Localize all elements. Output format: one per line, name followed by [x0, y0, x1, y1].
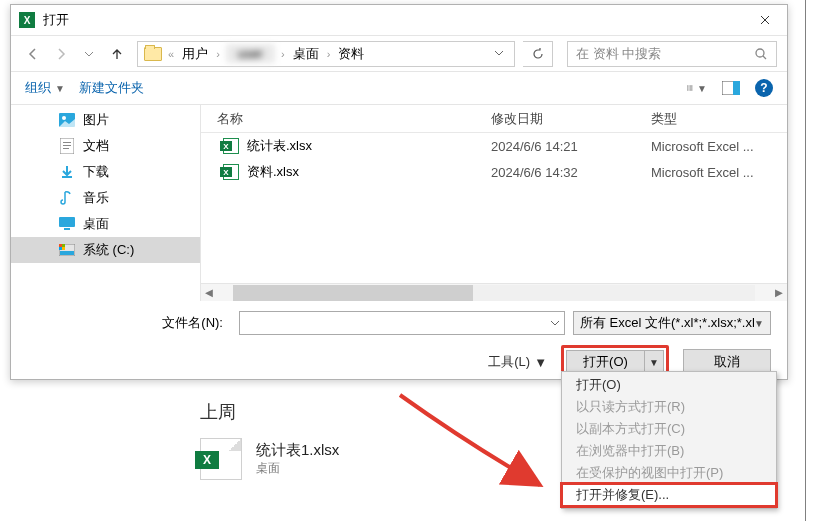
svg-rect-6: [689, 90, 692, 91]
annotation-arrow: [390, 385, 570, 505]
svg-rect-3: [687, 90, 689, 91]
tools-button[interactable]: 工具(L) ▼: [488, 353, 547, 371]
svg-rect-21: [62, 244, 65, 247]
tree-item-doc[interactable]: 文档: [11, 133, 200, 159]
drive-icon: [59, 242, 75, 258]
filename-input[interactable]: [239, 311, 565, 335]
crumb-root-sep: «: [164, 48, 178, 60]
dialog-footer: 文件名(N): 所有 Excel 文件(*.xl*;*.xlsx;*.xl▼ 工…: [11, 301, 787, 375]
svg-rect-16: [64, 228, 70, 230]
tree-item-image[interactable]: 图片: [11, 107, 200, 133]
search-input[interactable]: 在 资料 中搜索: [567, 41, 777, 67]
organize-button[interactable]: 组织▼: [25, 79, 65, 97]
nav-recent-dropdown[interactable]: [77, 42, 101, 66]
svg-rect-4: [689, 86, 692, 87]
svg-rect-5: [689, 88, 692, 89]
svg-rect-13: [63, 145, 71, 146]
nav-back[interactable]: [21, 42, 45, 66]
menu-item: 在浏览器中打开(B): [562, 440, 776, 462]
toolbar: 组织▼ 新建文件夹 ▼ ?: [11, 71, 787, 105]
menu-item: 以只读方式打开(R): [562, 396, 776, 418]
xlsx-icon: [223, 138, 239, 154]
scroll-thumb[interactable]: [233, 285, 473, 301]
address-dropdown[interactable]: [490, 46, 508, 61]
titlebar: X 打开: [11, 5, 787, 35]
recent-file-location: 桌面: [256, 460, 339, 477]
tree-item-drive[interactable]: 系统 (C:): [11, 237, 200, 263]
recent-section: 上周 X 统计表1.xlsx 桌面: [200, 400, 339, 480]
preview-pane-toggle[interactable]: [721, 79, 741, 97]
close-button[interactable]: [742, 5, 787, 35]
open-dropdown-menu: 打开(O)以只读方式打开(R)以副本方式打开(C)在浏览器中打开(B)在受保护的…: [561, 371, 777, 509]
file-rows: 统计表.xlsx2024/6/6 14:21Microsoft Excel ..…: [201, 133, 787, 283]
svg-rect-20: [59, 244, 62, 247]
refresh-button[interactable]: [523, 41, 553, 67]
svg-rect-22: [59, 247, 62, 250]
menu-item: 以副本方式打开(C): [562, 418, 776, 440]
help-button[interactable]: ?: [755, 79, 773, 97]
col-name[interactable]: 名称: [201, 110, 491, 128]
file-row[interactable]: 统计表.xlsx2024/6/6 14:21Microsoft Excel ..…: [201, 133, 787, 159]
column-headers: 名称 修改日期 类型: [201, 105, 787, 133]
nav-up[interactable]: [105, 42, 129, 66]
crumb-folder[interactable]: 资料: [336, 43, 366, 65]
menu-item: 在受保护的视图中打开(P): [562, 462, 776, 484]
crumb-user[interactable]: user: [226, 44, 275, 63]
file-type-filter[interactable]: 所有 Excel 文件(*.xl*;*.xlsx;*.xl▼: [573, 311, 771, 335]
recent-file-name: 统计表1.xlsx: [256, 441, 339, 460]
search-icon: [754, 47, 768, 61]
address-bar[interactable]: « 用户 › user › 桌面 › 资料: [137, 41, 515, 67]
horizontal-scrollbar[interactable]: ◄ ►: [201, 283, 787, 301]
svg-rect-15: [59, 217, 75, 227]
nav-bar: « 用户 › user › 桌面 › 资料 在 资料 中搜索: [11, 35, 787, 71]
chevron-down-icon: [550, 318, 560, 328]
page-divider: [805, 0, 806, 521]
nav-tree: 图片文档下载音乐桌面系统 (C:): [11, 105, 201, 301]
search-placeholder: 在 资料 中搜索: [576, 45, 754, 63]
doc-icon: [59, 138, 75, 154]
tree-item-download[interactable]: 下载: [11, 159, 200, 185]
svg-rect-14: [63, 148, 69, 149]
crumb-users[interactable]: 用户: [180, 43, 210, 65]
close-icon: [760, 15, 770, 25]
file-row[interactable]: 资料.xlsx2024/6/6 14:32Microsoft Excel ...: [201, 159, 787, 185]
filename-label: 文件名(N):: [21, 314, 231, 332]
file-list-area: 名称 修改日期 类型 统计表.xlsx2024/6/6 14:21Microso…: [201, 105, 787, 301]
open-dialog: X 打开 « 用户 › user › 桌面 › 资料 在 资料 中搜索: [10, 4, 788, 380]
menu-item[interactable]: 打开(O): [562, 374, 776, 396]
tree-item-desktop[interactable]: 桌面: [11, 211, 200, 237]
menu-item[interactable]: 打开并修复(E)...: [562, 484, 776, 506]
tree-item-music[interactable]: 音乐: [11, 185, 200, 211]
recent-file[interactable]: X 统计表1.xlsx 桌面: [200, 438, 339, 480]
new-folder-button[interactable]: 新建文件夹: [79, 79, 144, 97]
download-icon: [59, 164, 75, 180]
refresh-icon: [531, 47, 545, 61]
col-date[interactable]: 修改日期: [491, 110, 651, 128]
svg-rect-23: [62, 247, 65, 250]
scroll-right[interactable]: ►: [771, 285, 787, 301]
xlsx-icon: [223, 164, 239, 180]
crumb-desktop[interactable]: 桌面: [291, 43, 321, 65]
scroll-left[interactable]: ◄: [201, 285, 217, 301]
nav-forward[interactable]: [49, 42, 73, 66]
svg-rect-12: [63, 142, 71, 143]
music-icon: [59, 190, 75, 206]
svg-rect-8: [733, 81, 740, 95]
svg-rect-2: [687, 88, 689, 89]
svg-point-10: [62, 116, 66, 120]
image-icon: [59, 112, 75, 128]
svg-rect-1: [687, 86, 689, 87]
view-options[interactable]: ▼: [687, 79, 707, 97]
recent-heading: 上周: [200, 400, 339, 424]
svg-point-0: [756, 49, 764, 57]
svg-rect-18: [60, 251, 74, 255]
desktop-icon: [59, 216, 75, 232]
col-type[interactable]: 类型: [651, 110, 787, 128]
excel-file-icon: X: [200, 438, 242, 480]
dialog-title: 打开: [43, 11, 742, 29]
excel-app-icon: X: [19, 12, 35, 28]
folder-icon: [144, 47, 162, 61]
